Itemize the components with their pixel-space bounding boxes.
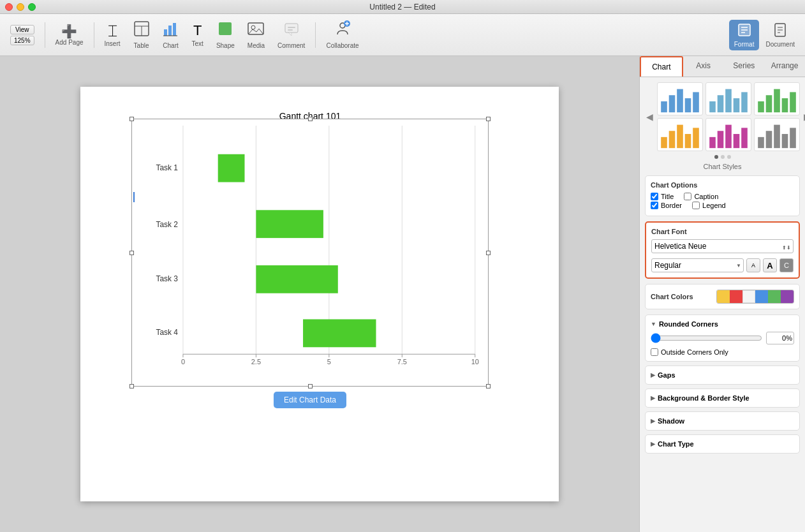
table-label: Table xyxy=(134,42,149,49)
resize-handle-br[interactable] xyxy=(486,384,491,388)
border-checkbox[interactable] xyxy=(651,202,658,209)
legend-checkbox[interactable] xyxy=(692,202,700,209)
legend-checkbox-label: Legend xyxy=(702,202,726,209)
caption-checkbox-item[interactable]: Caption xyxy=(684,193,718,200)
rounded-corners-section: ▼ Rounded Corners Outside Corners Only xyxy=(645,314,800,362)
svg-rect-52 xyxy=(669,95,676,112)
insert-group[interactable]: ⌶ Insert xyxy=(100,20,126,50)
title-checkbox-item[interactable]: Title xyxy=(651,193,674,200)
table-icon xyxy=(133,20,150,41)
swatch-5[interactable] xyxy=(768,290,781,303)
font-style-select[interactable]: Regular Bold Italic xyxy=(651,258,744,272)
outside-corners-checkbox[interactable] xyxy=(651,348,658,356)
dot-indicator xyxy=(645,155,800,159)
fullscreen-button[interactable] xyxy=(28,3,36,11)
rounded-corners-header[interactable]: ▼ Rounded Corners xyxy=(651,320,794,328)
svg-rect-66 xyxy=(661,137,667,148)
shape-group[interactable]: Shape xyxy=(211,18,240,52)
swatch-1[interactable] xyxy=(717,290,730,303)
format-button[interactable]: Format xyxy=(729,20,760,50)
tab-axis[interactable]: Axis xyxy=(683,56,724,77)
rounded-corners-input[interactable] xyxy=(766,332,794,344)
chart-style-5[interactable] xyxy=(705,118,751,151)
swatch-3[interactable] xyxy=(742,290,755,303)
caption-checkbox[interactable] xyxy=(684,193,691,200)
table-group[interactable]: Table xyxy=(128,18,155,52)
gaps-arrow: ▶ xyxy=(651,372,655,378)
chart-options-section: Chart Options Title Caption Border xyxy=(645,175,800,216)
checkbox-row-1: Title Caption xyxy=(651,193,794,200)
svg-rect-60 xyxy=(741,92,748,112)
chart-group[interactable]: Chart xyxy=(158,18,184,52)
swatch-6[interactable] xyxy=(781,290,794,303)
chart-style-3[interactable] xyxy=(754,82,800,115)
view-button[interactable]: View xyxy=(10,25,34,34)
shape-label: Shape xyxy=(216,42,235,49)
resize-handle-bl[interactable] xyxy=(129,384,134,388)
resize-handle-bm[interactable] xyxy=(308,384,313,388)
tab-arrange[interactable]: Arrange xyxy=(764,56,805,77)
resize-handle-ml[interactable] xyxy=(129,251,134,255)
chart-style-4[interactable] xyxy=(657,118,703,151)
dot-3 xyxy=(727,155,731,159)
border-checkbox-item[interactable]: Border xyxy=(651,202,682,209)
color-swatches[interactable] xyxy=(716,290,794,304)
document-button[interactable]: Document xyxy=(760,20,800,50)
checkbox-row-2: Border Legend xyxy=(651,202,794,209)
collaborate-label: Collaborate xyxy=(326,42,358,49)
svg-rect-12 xyxy=(288,27,295,28)
chart-style-6[interactable] xyxy=(754,118,800,151)
title-checkbox[interactable] xyxy=(651,193,658,200)
text-group[interactable]: T Text xyxy=(187,20,209,50)
outside-corners-label: Outside Corners Only xyxy=(661,348,728,356)
svg-rect-68 xyxy=(677,125,683,149)
chart-style-2[interactable] xyxy=(705,82,751,115)
comment-label: Comment xyxy=(277,42,305,49)
rounded-corners-arrow: ▼ xyxy=(651,321,656,327)
zoom-button[interactable]: 125% xyxy=(10,36,34,45)
edit-chart-data-button[interactable]: Edit Chart Data xyxy=(274,392,346,408)
resize-handle-tr[interactable] xyxy=(486,117,491,121)
tab-chart[interactable]: Chart xyxy=(640,56,683,77)
media-group[interactable]: Media xyxy=(242,18,270,52)
font-size-small-btn[interactable]: A xyxy=(746,258,760,272)
chart-style-1[interactable] xyxy=(657,82,703,115)
close-button[interactable] xyxy=(5,3,13,11)
svg-rect-5 xyxy=(173,23,176,36)
rounded-corners-slider[interactable] xyxy=(651,333,762,343)
svg-rect-58 xyxy=(725,89,732,113)
carousel-prev[interactable]: ◀ xyxy=(645,110,654,123)
svg-rect-56 xyxy=(709,101,716,112)
background-border-arrow: ▶ xyxy=(651,395,655,401)
font-family-select[interactable]: Helvetica Neue Arial Times New Roman xyxy=(651,239,794,253)
resize-handle-mr[interactable] xyxy=(486,251,491,255)
comment-group[interactable]: Comment xyxy=(272,18,310,52)
font-size-large-btn[interactable]: A xyxy=(763,258,777,272)
gaps-header[interactable]: ▶ Gaps xyxy=(651,371,794,379)
outside-corners-item[interactable]: Outside Corners Only xyxy=(651,348,794,356)
chart-wrapper[interactable]: Task 1 Task 2 Task 3 Task 4 xyxy=(131,119,489,387)
svg-rect-54 xyxy=(685,98,691,112)
svg-rect-74 xyxy=(734,134,740,148)
svg-text:7.5: 7.5 xyxy=(397,358,407,366)
svg-rect-13 xyxy=(288,29,293,31)
tab-series[interactable]: Series xyxy=(724,56,765,77)
swatch-4[interactable] xyxy=(755,290,768,303)
chart-type-section: ▶ Chart Type xyxy=(645,434,800,454)
canvas-area: Gantt chart 101 xyxy=(0,56,639,532)
chart-type-header[interactable]: ▶ Chart Type xyxy=(651,440,794,448)
collaborate-group[interactable]: Collaborate xyxy=(321,18,364,52)
add-page-button[interactable]: ➕ Add Page xyxy=(50,21,89,48)
background-border-header[interactable]: ▶ Background & Border Style xyxy=(651,394,794,402)
legend-checkbox-item[interactable]: Legend xyxy=(692,202,726,209)
swatch-2[interactable] xyxy=(730,290,742,303)
font-color-btn[interactable]: C xyxy=(779,258,794,272)
shadow-header[interactable]: ▶ Shadow xyxy=(651,417,794,425)
minimize-button[interactable] xyxy=(17,3,24,11)
resize-handle-tl[interactable] xyxy=(129,117,134,121)
carousel-row: ◀ xyxy=(645,82,800,151)
carousel-next[interactable]: ▶ xyxy=(802,110,805,123)
resize-handle-tm[interactable] xyxy=(308,117,313,121)
chart-colors-label: Chart Colors xyxy=(651,293,693,300)
shape-icon xyxy=(217,20,233,41)
